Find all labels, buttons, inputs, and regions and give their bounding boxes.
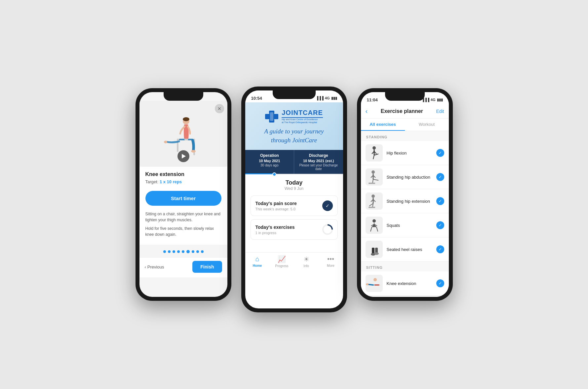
dot-4 [177,250,180,253]
progress-icon: 📈 [278,255,286,263]
operation-date: 10 May 2021 [249,159,290,163]
notch-middle [273,90,316,99]
exercise-name-hip-abduction: Standing hip abduction [387,175,432,180]
exercise-image-area: ✕ [139,101,227,167]
nav-info-middle[interactable]: ☀ Info [294,255,319,268]
time-right: 11:04 [367,97,378,102]
start-timer-button[interactable]: Start timer [145,191,221,206]
exercise-thumb-hip-flexion [366,144,383,161]
more-icon: ••• [327,255,334,263]
tab-all-exercises[interactable]: All exercises [361,119,405,131]
phone-right: 11:04 ▐▐▐ 4G ▮▮▮ ‹ Exercise planner Edit… [357,88,453,301]
check-badge-hip-abduction: ✓ [436,173,444,181]
timeline-fill [245,173,275,174]
pain-score-card[interactable]: Today's pain score This week's average: … [251,195,338,216]
status-icons-middle: ▐▐▐ 4G ▮▮▮ [316,96,337,100]
discharge-note: Please set your Discharge date [298,163,339,171]
page-title-right: Exercise planner [381,108,423,114]
exercises-title: Today's exercises [255,225,295,230]
dot-3 [173,250,175,253]
logo-container: JOINTCARE Hip and Knee Centre of Excelle… [265,109,323,124]
exercise-thumb-knee-extension [366,275,383,292]
discharge-date: 10 May 2021 (est.) [298,159,339,163]
notch-left [164,92,203,101]
nav-progress-label: Progress [275,264,288,268]
timeline-dot [272,172,276,176]
today-section: Today Wed 9 Jun Today's pain score This … [245,174,343,246]
left-screen: ✕ Knee extension Target: 1 x 10 reps Sta… [139,92,227,297]
exercise-name-hip-flexion: Hip flexion [387,151,432,156]
exercise-name-hip-extension: Standing hip extension [387,199,432,204]
svg-point-7 [183,117,189,121]
exercises-sub: 1 in progress [255,231,295,235]
nav-home-middle[interactable]: ⌂ Home [245,255,270,268]
right-header: ‹ Exercise planner Edit [361,104,449,119]
exercise-item-hip-flexion[interactable]: Hip flexion ✓ [361,141,449,165]
exercises-card[interactable]: Today's exercises 1 in progress [251,219,338,240]
time-middle: 10:54 [251,96,262,101]
bottom-nav-middle: ⌂ Home 📈 Progress ☀ Info ••• More [245,252,343,272]
svg-line-35 [371,227,372,231]
svg-point-44 [373,278,377,281]
notch-right [385,92,425,101]
previous-button[interactable]: ‹ Previous [145,265,164,269]
tab-bar-right: All exercises Workout [361,119,449,131]
status-icons-right: ▐▐▐ 4G ▮▮▮ [421,98,443,102]
target-line: Target: 1 x 10 reps [145,179,221,184]
exercise-item-squats[interactable]: Squats ✓ [361,213,449,237]
dot-6 [186,250,190,253]
exercise-item-heel-raises[interactable]: Seated heel raises ✓ [361,237,449,262]
dot-7 [192,250,194,253]
banner-area: JOINTCARE Hip and Knee Centre of Excelle… [245,102,343,150]
svg-line-25 [373,179,378,180]
close-button[interactable]: ✕ [215,104,224,113]
nav-progress-middle[interactable]: 📈 Progress [270,255,294,268]
nav-footer-left: ‹ Previous Finish [139,257,227,277]
svg-point-27 [372,194,375,198]
exercise-list: STANDING Hip flexi [361,131,449,296]
svg-line-19 [374,154,378,155]
timeline-progress [245,173,343,174]
left-content: Knee extension Target: 1 x 10 reps Start… [139,167,227,245]
back-button[interactable]: ‹ [366,107,368,115]
play-button[interactable] [177,150,189,162]
dot-1 [163,250,166,253]
exercise-name-squats: Squats [387,223,432,228]
check-badge-heel-raises: ✓ [436,245,444,253]
middle-screen: 10:54 ▐▐▐ 4G ▮▮▮ [245,90,343,308]
nav-more-middle[interactable]: ••• More [319,255,343,268]
pain-check-icon: ✓ [322,200,333,211]
tab-workout[interactable]: Workout [405,119,449,131]
right-screen: 11:04 ▐▐▐ 4G ▮▮▮ ‹ Exercise planner Edit… [361,92,449,297]
exercise-item-hip-abduction[interactable]: Standing hip abduction ✓ [361,165,449,189]
check-badge-squats: ✓ [436,221,444,229]
edit-button[interactable]: Edit [436,109,444,114]
logo-icon [265,111,278,123]
svg-point-34 [372,219,376,223]
nav-more-label: More [327,264,334,267]
exercise-thumb-hip-abduction [366,168,383,186]
banner-tagline: A guide to your journey through JointCar… [264,127,324,145]
exercise-item-hip-extension[interactable]: Standing hip extension ✓ [361,189,449,213]
svg-rect-26 [369,183,375,184]
operation-section: Operation 10 May 2021 30 days ago [245,150,294,174]
operation-ago: 30 days ago [249,163,290,167]
discharge-section: Discharge 10 May 2021 (est.) Please set … [294,150,343,174]
dot-8 [196,250,199,253]
phones-container: ✕ Knee extension Target: 1 x 10 reps Sta… [136,77,453,312]
exercise-thumb-heel-raises [366,241,383,258]
target-value: 1 x 10 reps [160,179,182,184]
exercise-thumb-hip-extension [366,193,383,210]
section-standing: STANDING [361,131,449,141]
today-title: Today [251,179,338,186]
svg-point-14 [372,146,376,150]
check-badge-hip-flexion: ✓ [436,149,444,157]
finish-button[interactable]: Finish [192,261,222,273]
bottom-nav-right: ⌂ Home 📈 Progress ☀ Info ••• More [361,296,449,297]
svg-point-6 [191,150,196,153]
pain-score-title: Today's pain score [255,201,297,206]
timeline-bar: Operation 10 May 2021 30 days ago Discha… [245,150,343,174]
exercise-item-knee-extension[interactable]: Knee extension ✓ [361,271,449,296]
svg-rect-33 [369,207,375,208]
phone-middle: 10:54 ▐▐▐ 4G ▮▮▮ [241,87,347,312]
